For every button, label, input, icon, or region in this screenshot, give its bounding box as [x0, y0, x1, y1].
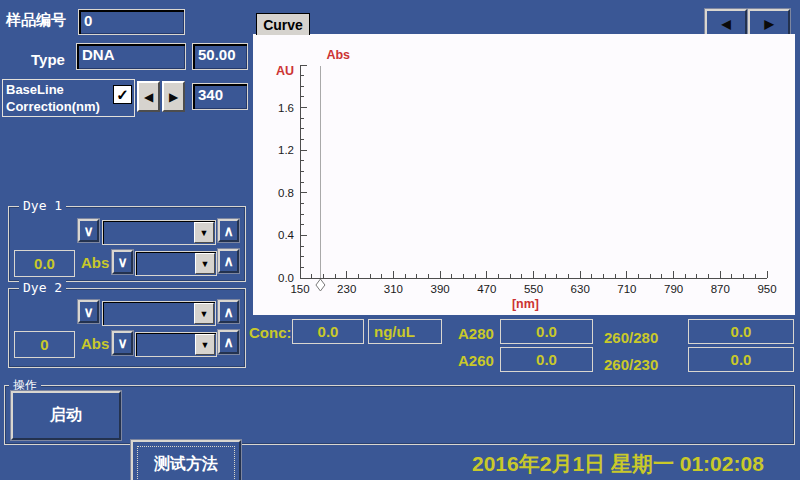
dye2-group: Dye 2 ∨ ▼ ∧ 0 Abs ∨ ▼ ∧ [8, 288, 246, 368]
chevron-left-icon: ◀ [144, 91, 153, 103]
svg-text:[nm]: [nm] [512, 297, 539, 311]
chevron-down-icon: ▼ [201, 259, 210, 269]
chevron-down-icon: ∨ [117, 336, 127, 350]
dye2-abs-label: Abs [81, 335, 109, 352]
baseline-wavelength-input[interactable]: 340 [192, 83, 248, 110]
chevron-down-icon: ∨ [83, 305, 93, 319]
ratio-260-230-label: 260/230 [604, 356, 658, 373]
factor-input[interactable]: 50.00 [192, 43, 248, 70]
svg-text:630: 630 [571, 283, 590, 295]
dye1-wavelength-down-button[interactable]: ∨ [78, 219, 99, 242]
svg-text:950: 950 [757, 283, 776, 295]
dye1-mode-down-button[interactable]: ∨ [112, 250, 133, 274]
dye2-mode-dropdown-button[interactable]: ▼ [195, 334, 215, 355]
actions-group: 操作 启动 测试方法 Blank Reblank 返回 [4, 385, 795, 445]
svg-text:1.2: 1.2 [278, 144, 294, 156]
dye1-mode-dropdown-button[interactable]: ▼ [195, 253, 215, 274]
dye1-mode-up-button[interactable]: ∧ [218, 249, 239, 273]
svg-text:470: 470 [477, 283, 496, 295]
dye1-abs-value: 0.0 [14, 250, 75, 277]
dye2-mode-up-button[interactable]: ∧ [218, 330, 239, 354]
chevron-up-icon: ∧ [223, 254, 233, 268]
a260-label: A260 [458, 352, 494, 369]
dye1-group: Dye 1 ∨ ▼ ∧ 0.0 Abs ∨ ▼ ∧ [8, 206, 246, 282]
dye2-wavelength-up-button[interactable]: ∧ [218, 300, 239, 323]
datetime-text: 2016年2月1日 星期一 01:02:08 [472, 450, 764, 478]
svg-text:0.4: 0.4 [278, 229, 295, 241]
dye2-title: Dye 2 [19, 280, 66, 295]
sample-number-input[interactable]: 0 [78, 9, 185, 35]
a280-label: A280 [458, 325, 494, 342]
chevron-down-icon: ▼ [200, 228, 209, 238]
dye2-abs-value: 0 [14, 331, 75, 358]
svg-text:870: 870 [711, 283, 730, 295]
dye2-wavelength-dropdown-button[interactable]: ▼ [194, 303, 214, 324]
dye2-mode-select[interactable]: ▼ [135, 332, 217, 357]
a280-value: 0.0 [500, 319, 593, 344]
chevron-up-icon: ∧ [223, 305, 233, 319]
conc-label: Conc: [249, 324, 292, 341]
test-method-button[interactable]: 测试方法 [131, 440, 241, 480]
wavelength-cursor-handle[interactable] [316, 279, 325, 291]
sample-number-label: 样品编号 [6, 11, 66, 30]
svg-text:1.6: 1.6 [278, 102, 294, 114]
chevron-down-icon: ▼ [201, 340, 210, 350]
chevron-up-icon: ∧ [223, 335, 233, 349]
svg-text:390: 390 [431, 283, 450, 295]
checkmark-icon: ✓ [116, 86, 129, 104]
spectrum-chart-panel: 0.00.40.81.21.61502303103904705506307107… [253, 34, 795, 315]
chevron-right-icon: ▶ [169, 91, 178, 103]
chevron-up-icon: ∧ [223, 224, 233, 238]
type-input[interactable]: DNA [76, 43, 186, 70]
svg-text:AU: AU [276, 64, 294, 78]
baseline-checkbox[interactable]: ✓ [113, 85, 132, 104]
baseline-step-down-button[interactable]: ◀ [137, 81, 160, 112]
chevron-left-icon: ◀ [721, 18, 730, 30]
svg-text:710: 710 [617, 283, 636, 295]
dye2-wavelength-select[interactable]: ▼ [102, 301, 216, 326]
dye1-wavelength-select[interactable]: ▼ [102, 220, 216, 245]
dye1-mode-select[interactable]: ▼ [135, 251, 217, 276]
dye2-mode-down-button[interactable]: ∨ [112, 331, 133, 355]
chevron-down-icon: ∨ [83, 224, 93, 238]
svg-text:150: 150 [290, 283, 309, 295]
a260-value: 0.0 [500, 347, 593, 372]
svg-text:310: 310 [384, 283, 403, 295]
svg-text:0.8: 0.8 [278, 187, 294, 199]
start-button[interactable]: 启动 [11, 391, 121, 440]
conc-value: 0.0 [292, 319, 364, 344]
dye1-title: Dye 1 [19, 198, 66, 213]
conc-unit: ng/uL [368, 319, 442, 344]
dye2-wavelength-down-button[interactable]: ∨ [78, 300, 99, 323]
baseline-step-up-button[interactable]: ▶ [162, 81, 185, 112]
svg-text:550: 550 [524, 283, 543, 295]
ratio-260-280-label: 260/280 [604, 329, 658, 346]
ratio-260-280-value: 0.0 [688, 319, 794, 344]
spectrum-chart: 0.00.40.81.21.61502303103904705506307107… [253, 34, 795, 315]
type-label: Type [31, 51, 65, 68]
svg-text:790: 790 [664, 283, 683, 295]
dye1-abs-label: Abs [81, 254, 109, 271]
dye1-wavelength-dropdown-button[interactable]: ▼ [194, 222, 214, 243]
chevron-down-icon: ▼ [200, 309, 209, 319]
svg-text:230: 230 [337, 283, 356, 295]
svg-text:Abs: Abs [326, 48, 350, 62]
dye1-wavelength-up-button[interactable]: ∧ [218, 219, 239, 242]
chevron-down-icon: ∨ [117, 255, 127, 269]
chevron-right-icon: ▶ [764, 18, 773, 30]
tab-curve[interactable]: Curve [256, 13, 310, 35]
ratio-260-230-value: 0.0 [688, 347, 794, 372]
